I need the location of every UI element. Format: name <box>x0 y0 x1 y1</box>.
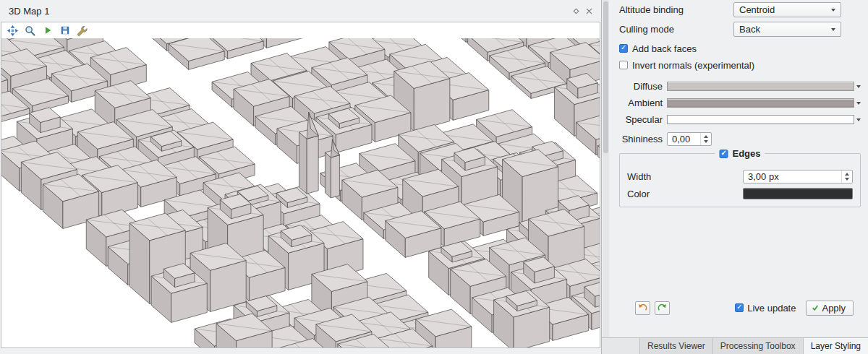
live-update-checkbox[interactable] <box>735 303 744 312</box>
diffuse-row: Diffuse <box>619 81 861 92</box>
chevron-down-icon[interactable] <box>856 85 861 88</box>
edges-checkbox[interactable] <box>719 150 728 158</box>
styling-footer: Live update Apply <box>635 300 854 316</box>
chevron-down-icon <box>831 9 835 12</box>
3d-map-toolbar <box>1 22 600 38</box>
specular-color-button[interactable] <box>667 115 854 124</box>
edge-color-button[interactable] <box>743 188 853 199</box>
shininess-row: Shininess 0,00 <box>619 132 861 146</box>
redo-button[interactable] <box>655 301 670 315</box>
culling-mode-row: Culling mode Back <box>619 22 861 37</box>
tab-processing-toolbox[interactable]: Processing Toolbox <box>712 338 803 354</box>
redo-icon <box>658 303 667 313</box>
live-update-control: Live update <box>735 303 796 314</box>
specular-label: Specular <box>619 114 667 125</box>
edge-color-label: Color <box>627 189 743 199</box>
ambient-row: Ambient <box>619 98 861 108</box>
edges-group: Edges Width 3,00 px Color <box>619 153 861 207</box>
3d-map-titlebar: 3D Map 1 <box>0 0 601 22</box>
apply-check-icon <box>812 304 819 311</box>
3d-map-panel: 3D Map 1 <box>0 0 601 348</box>
3d-scene-viewport[interactable] <box>1 38 600 347</box>
chevron-down-icon[interactable] <box>856 102 861 105</box>
shininess-value: 0,00 <box>672 134 690 144</box>
chevron-down-icon[interactable] <box>856 118 861 121</box>
edge-width-spinbox[interactable]: 3,00 px <box>743 170 853 184</box>
altitude-binding-row: Altitude binding Centroid <box>619 2 861 17</box>
add-back-faces-label: Add back faces <box>632 43 697 54</box>
undo-icon <box>638 303 647 313</box>
tab-layer-styling[interactable]: Layer Styling <box>803 338 868 354</box>
edge-width-value: 3,00 px <box>748 171 779 182</box>
invert-normals-label: Invert normals (experimental) <box>632 60 754 71</box>
save-image-icon[interactable] <box>59 25 71 37</box>
panel-scrollbar-handle[interactable] <box>603 1 608 153</box>
specular-row: Specular <box>619 114 861 125</box>
undo-button[interactable] <box>635 301 650 315</box>
spinner-arrows-icon[interactable] <box>700 133 711 145</box>
spinner-arrows-icon[interactable] <box>841 170 852 183</box>
3d-map-title: 3D Map 1 <box>9 6 49 17</box>
panel-scrollbar[interactable] <box>603 0 609 337</box>
add-back-faces-checkbox[interactable] <box>619 44 628 53</box>
ambient-label: Ambient <box>619 98 667 108</box>
zoom-full-icon[interactable] <box>24 25 36 37</box>
culling-mode-value: Back <box>739 24 760 35</box>
layer-styling-panel: Altitude binding Centroid Culling mode B… <box>601 0 868 354</box>
diffuse-color-button[interactable] <box>667 82 854 91</box>
edges-group-title: Edges <box>715 148 765 159</box>
float-icon[interactable] <box>573 8 579 14</box>
3d-map-content <box>1 22 600 348</box>
culling-mode-select[interactable]: Back <box>733 22 841 37</box>
diffuse-label: Diffuse <box>619 81 667 92</box>
edge-width-label: Width <box>627 171 743 182</box>
altitude-binding-value: Centroid <box>739 4 775 15</box>
add-back-faces-row: Add back faces <box>619 43 861 53</box>
altitude-binding-label: Altitude binding <box>619 4 733 15</box>
invert-normals-row: Invert normals (experimental) <box>619 60 861 70</box>
edge-width-row: Width 3,00 px <box>627 170 853 184</box>
altitude-binding-select[interactable]: Centroid <box>733 2 841 17</box>
animations-icon[interactable] <box>41 25 54 37</box>
edges-title-label: Edges <box>732 148 760 159</box>
chevron-down-icon <box>831 28 835 31</box>
live-update-label: Live update <box>747 303 796 314</box>
shininess-label: Shininess <box>619 134 667 144</box>
configure-icon[interactable] <box>76 25 88 37</box>
bottom-tabbar: Results Viewer Processing Toolbox Layer … <box>602 337 868 354</box>
shininess-spinbox[interactable]: 0,00 <box>667 132 712 146</box>
close-icon[interactable] <box>586 8 592 14</box>
ambient-color-button[interactable] <box>667 98 854 108</box>
tab-results-viewer[interactable]: Results Viewer <box>639 338 712 354</box>
apply-button-label: Apply <box>822 303 846 314</box>
3d-map-titlebar-buttons <box>573 8 594 14</box>
invert-normals-checkbox[interactable] <box>619 61 628 69</box>
camera-control-icon[interactable] <box>7 25 19 37</box>
layer-styling-body: Altitude binding Centroid Culling mode B… <box>619 0 861 337</box>
apply-button[interactable]: Apply <box>806 301 854 316</box>
culling-mode-label: Culling mode <box>619 24 733 35</box>
edge-color-row: Color <box>627 188 853 199</box>
